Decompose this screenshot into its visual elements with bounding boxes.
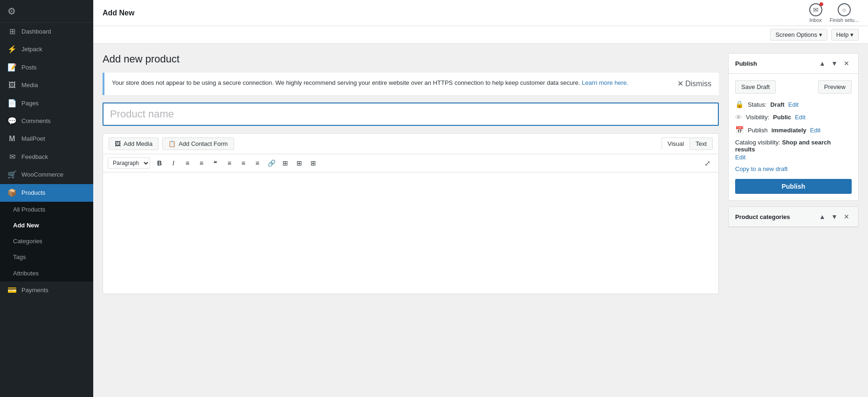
sidebar-item-dashboard[interactable]: ⊞ Dashboard — [0, 23, 93, 41]
comments-icon: 💬 — [7, 116, 17, 126]
inbox-badge — [820, 2, 823, 6]
alert-banner: Your store does not appear to be using a… — [103, 73, 719, 95]
publish-panel-up[interactable]: ▲ — [817, 58, 827, 68]
align-center-button[interactable]: ≡ — [237, 157, 250, 169]
topbar-right: ✉ Inbox ○ Finish setu... — [809, 3, 859, 23]
calendar-icon: 📅 — [735, 126, 744, 134]
italic-button[interactable]: I — [167, 157, 180, 169]
sidebar-item-comments[interactable]: 💬 Comments — [0, 112, 93, 130]
visual-tab[interactable]: Visual — [661, 137, 690, 150]
sidebar-item-posts[interactable]: 📝 Posts — [0, 59, 93, 76]
visibility-label: Visibility: — [746, 114, 769, 121]
sidebar-item-feedback[interactable]: ✉ Feedback — [0, 148, 93, 166]
page-title: Add new product — [103, 53, 719, 65]
link-button[interactable]: 🔗 — [265, 157, 278, 169]
add-contact-form-label: Add Contact Form — [179, 140, 228, 147]
paragraph-select[interactable]: Paragraph — [108, 157, 150, 169]
sidebar-item-payments[interactable]: 💳 Payments — [0, 281, 93, 299]
help-button[interactable]: Help ▾ — [831, 29, 859, 41]
table-button[interactable]: ⊞ — [279, 157, 292, 169]
status-value: Draft — [770, 101, 784, 108]
product-categories-controls: ▲ ▼ ✕ — [817, 212, 852, 222]
catalog-visibility-label: Catalog visibility: — [735, 139, 780, 146]
content-area: Add new product Your store does not appe… — [93, 44, 868, 397]
sidebar-item-jetpack[interactable]: ⚡ Jetpack — [0, 41, 93, 58]
dismiss-label: Dismiss — [685, 78, 711, 89]
product-name-input[interactable] — [103, 103, 719, 126]
publish-buttons: Save Draft Preview — [735, 80, 852, 94]
sidebar-item-all-products[interactable]: All Products — [0, 202, 93, 218]
grid-button[interactable]: ⊞ — [293, 157, 306, 169]
status-edit-link[interactable]: Edit — [788, 101, 799, 108]
alert-text: Your store does not appear to be using a… — [112, 78, 628, 88]
sidebar-item-attributes[interactable]: Attributes — [0, 266, 93, 281]
topbar-title: Add New — [103, 9, 134, 17]
product-categories-header[interactable]: Product categories ▲ ▼ ✕ — [729, 207, 858, 227]
products-icon: 📦 — [7, 188, 17, 198]
products-submenu: All Products Add New Categories Tags Att… — [0, 202, 93, 281]
sidebar-item-products[interactable]: 📦 Products — [0, 184, 93, 202]
text-tab[interactable]: Text — [689, 137, 713, 150]
more-button[interactable]: ⊞ — [307, 157, 320, 169]
sidebar-item-label: Pages — [21, 99, 39, 108]
dismiss-button[interactable]: ✕ Dismiss — [677, 78, 711, 89]
screen-options-button[interactable]: Screen Options ▾ — [770, 29, 827, 41]
finish-setup-button[interactable]: ○ Finish setu... — [830, 3, 859, 23]
preview-button[interactable]: Preview — [818, 80, 852, 94]
sidebar-item-media[interactable]: 🖼 Media — [0, 76, 93, 94]
publish-panel-header[interactable]: Publish ▲ ▼ ✕ — [729, 54, 858, 74]
align-right-button[interactable]: ≡ — [251, 157, 264, 169]
woocommerce-icon: 🛒 — [7, 170, 17, 180]
save-draft-button[interactable]: Save Draft — [735, 80, 776, 94]
help-label: Help ▾ — [836, 31, 854, 38]
add-new-label: Add New — [13, 221, 39, 230]
sidebar-item-label: WooCommerce — [21, 171, 63, 179]
visibility-edit-link[interactable]: Edit — [795, 114, 805, 121]
sidebar-item-label: Feedback — [21, 153, 48, 161]
sidebar-panels: Publish ▲ ▼ ✕ Save Draft Preview 🔒 Statu… — [728, 53, 859, 388]
sidebar-item-label: MailPoet — [21, 135, 45, 143]
alert-link[interactable]: Learn more here. — [582, 79, 628, 86]
sidebar-item-categories[interactable]: Categories — [0, 233, 93, 249]
add-contact-form-button[interactable]: 📋 Add Contact Form — [162, 137, 234, 150]
editor-body[interactable] — [103, 172, 718, 294]
expand-button[interactable]: ⤢ — [701, 157, 714, 169]
copy-draft-link[interactable]: Copy to a new draft — [735, 165, 852, 172]
publish-time-edit-link[interactable]: Edit — [810, 127, 820, 134]
sidebar: ⚙ ⊞ Dashboard ⚡ Jetpack 📝 Posts 🖼 Media … — [0, 0, 93, 397]
mailpoet-icon: M — [7, 134, 17, 144]
add-media-button[interactable]: 🖼 Add Media — [109, 137, 158, 150]
visibility-icon: 👁 — [735, 113, 742, 121]
blockquote-button[interactable]: ❝ — [209, 157, 222, 169]
categories-panel-close[interactable]: ✕ — [841, 212, 852, 222]
sidebar-item-tags[interactable]: Tags — [0, 249, 93, 265]
posts-icon: 📝 — [7, 62, 17, 73]
editor-area: Add new product Your store does not appe… — [103, 53, 719, 388]
sidebar-item-mailpoet[interactable]: M MailPoet — [0, 130, 93, 148]
sidebar-item-label: Jetpack — [21, 45, 42, 54]
add-media-icon: 🖼 — [115, 140, 121, 147]
publish-panel-down[interactable]: ▼ — [829, 58, 840, 68]
unordered-list-button[interactable]: ≡ — [181, 157, 194, 169]
publish-panel-close[interactable]: ✕ — [841, 58, 852, 68]
publish-button[interactable]: Publish — [735, 179, 852, 194]
inbox-button[interactable]: ✉ Inbox — [809, 3, 822, 23]
categories-panel-down[interactable]: ▼ — [829, 212, 840, 222]
main-area: Add New ✉ Inbox ○ Finish setu... Screen … — [93, 0, 868, 397]
sidebar-item-label: Products — [21, 189, 45, 197]
bold-button[interactable]: B — [153, 157, 166, 169]
sidebar-item-add-new[interactable]: Add New — [0, 218, 93, 233]
dashboard-icon: ⊞ — [7, 27, 17, 37]
sidebar-item-label: Comments — [21, 117, 51, 125]
inbox-icon: ✉ — [809, 3, 822, 16]
status-label: Status: — [748, 101, 766, 108]
categories-panel-up[interactable]: ▲ — [817, 212, 827, 222]
ordered-list-button[interactable]: ≡ — [195, 157, 208, 169]
align-left-button[interactable]: ≡ — [223, 157, 236, 169]
sidebar-item-woocommerce[interactable]: 🛒 WooCommerce — [0, 166, 93, 184]
publish-panel: Publish ▲ ▼ ✕ Save Draft Preview 🔒 Statu… — [728, 53, 859, 201]
sidebar-item-pages[interactable]: 📄 Pages — [0, 95, 93, 112]
finish-setup-label: Finish setu... — [830, 17, 859, 23]
catalog-visibility-edit-link[interactable]: Edit — [735, 154, 852, 161]
attributes-label: Attributes — [13, 269, 39, 278]
